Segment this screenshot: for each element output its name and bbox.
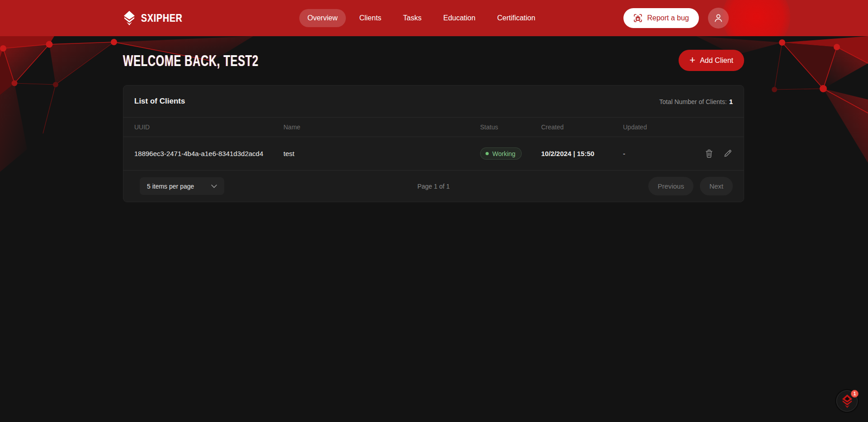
nav-item-education[interactable]: Education <box>435 9 484 27</box>
user-icon <box>713 13 724 24</box>
avatar[interactable] <box>708 8 729 28</box>
column-header-created: Created <box>541 123 623 131</box>
status-badge: Working <box>480 147 522 160</box>
pencil-icon <box>723 149 732 158</box>
pager-buttons: Previous Next <box>648 177 733 195</box>
table-header-row: UUID Name Status Created Updated <box>123 117 744 137</box>
page-title: WELCOME BACK, TEST2 <box>123 52 259 70</box>
cell-created: 10/2/2024 | 15:50 <box>541 150 623 157</box>
brand-name: SXIPHER <box>141 12 183 24</box>
row-actions <box>704 148 733 159</box>
nav-item-certification[interactable]: Certification <box>489 9 543 27</box>
table-row: 18896ec3-2471-4b4a-a1e6-8341d3d2acd4 tes… <box>123 137 744 171</box>
total-clients-label: Total Number of Clients: <box>659 98 726 105</box>
items-per-page-select[interactable]: 5 items per page <box>140 177 224 195</box>
sxipher-emblem-icon <box>841 394 853 408</box>
bug-scan-icon <box>633 14 642 23</box>
previous-page-button[interactable]: Previous <box>648 177 693 195</box>
column-header-status: Status <box>480 123 541 131</box>
delete-client-button[interactable] <box>704 148 714 159</box>
column-header-uuid: UUID <box>134 123 283 131</box>
edit-client-button[interactable] <box>722 148 733 159</box>
card-title: List of Clients <box>134 97 185 106</box>
page-info: Page 1 of 1 <box>417 183 450 190</box>
brand-logo[interactable]: SXIPHER <box>123 11 190 25</box>
add-client-button[interactable]: + Add Client <box>679 50 744 71</box>
notification-badge: 1 <box>851 390 859 398</box>
chevron-down-icon <box>211 185 217 188</box>
main-nav: Overview Clients Tasks Education Certifi… <box>299 9 543 27</box>
report-a-bug-label: Report a bug <box>647 14 689 22</box>
report-a-bug-button[interactable]: Report a bug <box>623 8 699 28</box>
nav-item-tasks[interactable]: Tasks <box>395 9 430 27</box>
clients-card-header: List of Clients Total Number of Clients:… <box>123 85 744 117</box>
support-widget-button[interactable]: 1 <box>836 390 858 412</box>
plus-icon: + <box>689 55 695 65</box>
nav-item-overview[interactable]: Overview <box>299 9 346 27</box>
nav-item-clients[interactable]: Clients <box>351 9 390 27</box>
cell-updated: - <box>623 150 704 157</box>
title-row: WELCOME BACK, TEST2 + Add Client <box>123 50 744 71</box>
header: SXIPHER Overview Clients Tasks Education… <box>0 0 868 36</box>
brand-emblem-icon <box>123 11 136 25</box>
items-per-page-value: 5 items per page <box>147 183 194 190</box>
pagination-bar: 5 items per page Page 1 of 1 Previous Ne… <box>123 171 744 202</box>
status-dot-icon <box>486 152 489 155</box>
header-right: Report a bug <box>623 8 729 28</box>
total-clients: Total Number of Clients:1 <box>659 98 733 105</box>
column-header-updated: Updated <box>623 123 704 131</box>
column-header-name: Name <box>283 123 480 131</box>
next-page-button[interactable]: Next <box>700 177 733 195</box>
cell-name: test <box>283 150 480 157</box>
clients-card: List of Clients Total Number of Clients:… <box>123 85 744 202</box>
add-client-label: Add Client <box>700 57 733 65</box>
total-clients-value: 1 <box>729 98 733 105</box>
status-label: Working <box>492 150 515 157</box>
header-glow-decoration <box>722 0 790 36</box>
main-content: WELCOME BACK, TEST2 + Add Client List of… <box>0 50 868 202</box>
cell-uuid: 18896ec3-2471-4b4a-a1e6-8341d3d2acd4 <box>134 150 283 157</box>
trash-icon <box>705 149 713 158</box>
